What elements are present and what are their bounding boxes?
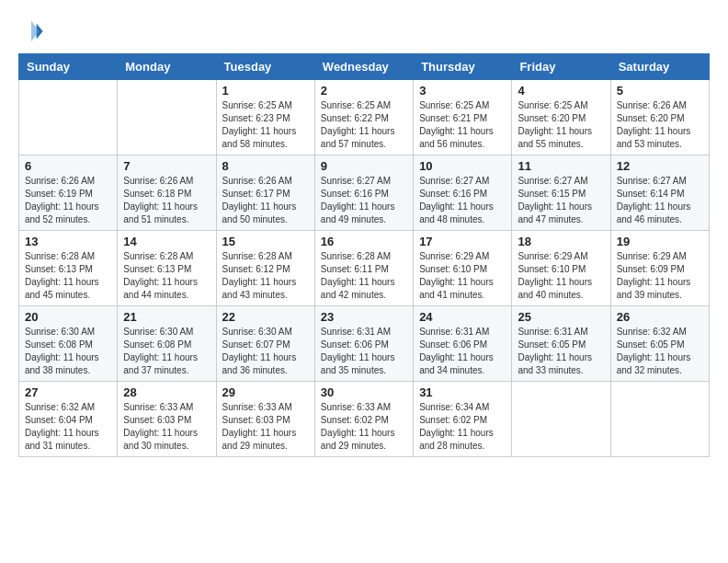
day-info: Sunrise: 6:25 AM Sunset: 6:23 PM Dayligh… bbox=[222, 99, 309, 151]
day-info: Sunrise: 6:27 AM Sunset: 6:14 PM Dayligh… bbox=[617, 175, 703, 226]
day-info: Sunrise: 6:30 AM Sunset: 6:08 PM Dayligh… bbox=[123, 326, 210, 377]
day-number: 11 bbox=[518, 159, 604, 173]
day-number: 13 bbox=[25, 235, 111, 248]
calendar: SundayMondayTuesdayWednesdayThursdayFrid… bbox=[18, 53, 710, 457]
day-info: Sunrise: 6:26 AM Sunset: 6:19 PM Dayligh… bbox=[25, 175, 111, 226]
day-cell: 9Sunrise: 6:27 AM Sunset: 6:16 PM Daylig… bbox=[314, 155, 413, 231]
day-cell: 17Sunrise: 6:29 AM Sunset: 6:10 PM Dayli… bbox=[414, 231, 512, 306]
day-info: Sunrise: 6:31 AM Sunset: 6:05 PM Dayligh… bbox=[518, 326, 604, 377]
day-cell: 24Sunrise: 6:31 AM Sunset: 6:06 PM Dayli… bbox=[414, 306, 512, 382]
day-info: Sunrise: 6:25 AM Sunset: 6:22 PM Dayligh… bbox=[321, 99, 407, 151]
day-cell: 28Sunrise: 6:33 AM Sunset: 6:03 PM Dayli… bbox=[118, 382, 216, 457]
day-number: 6 bbox=[25, 159, 111, 173]
day-info: Sunrise: 6:31 AM Sunset: 6:06 PM Dayligh… bbox=[419, 326, 506, 377]
day-number: 31 bbox=[419, 385, 506, 399]
day-info: Sunrise: 6:26 AM Sunset: 6:18 PM Dayligh… bbox=[123, 175, 210, 226]
day-cell: 31Sunrise: 6:34 AM Sunset: 6:02 PM Dayli… bbox=[414, 382, 512, 457]
header bbox=[18, 18, 710, 44]
day-info: Sunrise: 6:30 AM Sunset: 6:07 PM Dayligh… bbox=[222, 326, 309, 377]
day-info: Sunrise: 6:34 AM Sunset: 6:02 PM Dayligh… bbox=[419, 401, 506, 453]
day-cell bbox=[512, 382, 610, 457]
day-info: Sunrise: 6:29 AM Sunset: 6:10 PM Dayligh… bbox=[419, 250, 506, 302]
day-info: Sunrise: 6:28 AM Sunset: 6:13 PM Dayligh… bbox=[25, 250, 111, 302]
day-cell: 15Sunrise: 6:28 AM Sunset: 6:12 PM Dayli… bbox=[216, 231, 314, 306]
day-cell: 7Sunrise: 6:26 AM Sunset: 6:18 PM Daylig… bbox=[118, 155, 216, 231]
day-cell: 1Sunrise: 6:25 AM Sunset: 6:23 PM Daylig… bbox=[216, 80, 314, 155]
weekday-header-tuesday: Tuesday bbox=[216, 54, 314, 80]
day-info: Sunrise: 6:32 AM Sunset: 6:05 PM Dayligh… bbox=[617, 326, 703, 377]
day-cell: 20Sunrise: 6:30 AM Sunset: 6:08 PM Dayli… bbox=[19, 306, 118, 382]
weekday-header-sunday: Sunday bbox=[19, 54, 118, 80]
day-cell: 25Sunrise: 6:31 AM Sunset: 6:05 PM Dayli… bbox=[512, 306, 610, 382]
day-info: Sunrise: 6:32 AM Sunset: 6:04 PM Dayligh… bbox=[25, 401, 111, 453]
day-number: 3 bbox=[419, 84, 506, 98]
week-row-5: 27Sunrise: 6:32 AM Sunset: 6:04 PM Dayli… bbox=[19, 382, 710, 457]
weekday-header-row: SundayMondayTuesdayWednesdayThursdayFrid… bbox=[19, 54, 710, 80]
day-cell bbox=[19, 80, 118, 155]
day-info: Sunrise: 6:29 AM Sunset: 6:09 PM Dayligh… bbox=[617, 250, 703, 302]
day-info: Sunrise: 6:33 AM Sunset: 6:02 PM Dayligh… bbox=[321, 401, 407, 453]
day-cell: 18Sunrise: 6:29 AM Sunset: 6:10 PM Dayli… bbox=[512, 231, 610, 306]
day-number: 2 bbox=[321, 84, 407, 98]
day-cell: 23Sunrise: 6:31 AM Sunset: 6:06 PM Dayli… bbox=[314, 306, 413, 382]
day-cell: 8Sunrise: 6:26 AM Sunset: 6:17 PM Daylig… bbox=[216, 155, 314, 231]
day-info: Sunrise: 6:25 AM Sunset: 6:20 PM Dayligh… bbox=[518, 99, 604, 151]
day-number: 1 bbox=[222, 84, 309, 98]
day-number: 22 bbox=[222, 310, 309, 324]
day-info: Sunrise: 6:26 AM Sunset: 6:20 PM Dayligh… bbox=[617, 99, 703, 151]
day-number: 4 bbox=[518, 84, 604, 98]
day-number: 7 bbox=[123, 159, 210, 173]
week-row-2: 6Sunrise: 6:26 AM Sunset: 6:19 PM Daylig… bbox=[19, 155, 710, 231]
day-cell: 4Sunrise: 6:25 AM Sunset: 6:20 PM Daylig… bbox=[512, 80, 610, 155]
day-cell: 12Sunrise: 6:27 AM Sunset: 6:14 PM Dayli… bbox=[610, 155, 709, 231]
day-cell bbox=[118, 80, 216, 155]
day-info: Sunrise: 6:31 AM Sunset: 6:06 PM Dayligh… bbox=[321, 326, 407, 377]
day-cell: 2Sunrise: 6:25 AM Sunset: 6:22 PM Daylig… bbox=[314, 80, 413, 155]
day-number: 5 bbox=[617, 84, 703, 98]
day-cell: 30Sunrise: 6:33 AM Sunset: 6:02 PM Dayli… bbox=[314, 382, 413, 457]
week-row-1: 1Sunrise: 6:25 AM Sunset: 6:23 PM Daylig… bbox=[19, 80, 710, 155]
day-number: 17 bbox=[419, 235, 506, 248]
day-cell: 19Sunrise: 6:29 AM Sunset: 6:09 PM Dayli… bbox=[610, 231, 709, 306]
day-number: 30 bbox=[321, 385, 407, 399]
day-number: 26 bbox=[617, 310, 703, 324]
day-info: Sunrise: 6:30 AM Sunset: 6:08 PM Dayligh… bbox=[25, 326, 111, 377]
day-info: Sunrise: 6:27 AM Sunset: 6:16 PM Dayligh… bbox=[321, 175, 407, 226]
day-cell: 10Sunrise: 6:27 AM Sunset: 6:16 PM Dayli… bbox=[414, 155, 512, 231]
day-cell: 6Sunrise: 6:26 AM Sunset: 6:19 PM Daylig… bbox=[19, 155, 118, 231]
week-row-3: 13Sunrise: 6:28 AM Sunset: 6:13 PM Dayli… bbox=[19, 231, 710, 306]
day-number: 19 bbox=[617, 235, 703, 248]
week-row-4: 20Sunrise: 6:30 AM Sunset: 6:08 PM Dayli… bbox=[19, 306, 710, 382]
day-cell: 3Sunrise: 6:25 AM Sunset: 6:21 PM Daylig… bbox=[414, 80, 512, 155]
weekday-header-wednesday: Wednesday bbox=[314, 54, 413, 80]
day-number: 14 bbox=[123, 235, 210, 248]
day-cell: 14Sunrise: 6:28 AM Sunset: 6:13 PM Dayli… bbox=[118, 231, 216, 306]
day-number: 28 bbox=[123, 385, 210, 399]
day-cell: 16Sunrise: 6:28 AM Sunset: 6:11 PM Dayli… bbox=[314, 231, 413, 306]
day-number: 24 bbox=[419, 310, 506, 324]
day-info: Sunrise: 6:28 AM Sunset: 6:12 PM Dayligh… bbox=[222, 250, 309, 302]
logo bbox=[18, 18, 48, 44]
weekday-header-monday: Monday bbox=[118, 54, 216, 80]
day-number: 18 bbox=[518, 235, 604, 248]
day-number: 27 bbox=[25, 385, 111, 399]
day-number: 29 bbox=[222, 385, 309, 399]
day-info: Sunrise: 6:29 AM Sunset: 6:10 PM Dayligh… bbox=[518, 250, 604, 302]
day-info: Sunrise: 6:28 AM Sunset: 6:13 PM Dayligh… bbox=[123, 250, 210, 302]
day-cell: 26Sunrise: 6:32 AM Sunset: 6:05 PM Dayli… bbox=[610, 306, 709, 382]
logo-icon bbox=[18, 18, 44, 44]
day-cell: 21Sunrise: 6:30 AM Sunset: 6:08 PM Dayli… bbox=[118, 306, 216, 382]
day-cell: 29Sunrise: 6:33 AM Sunset: 6:03 PM Dayli… bbox=[216, 382, 314, 457]
day-number: 10 bbox=[419, 159, 506, 173]
day-cell: 5Sunrise: 6:26 AM Sunset: 6:20 PM Daylig… bbox=[610, 80, 709, 155]
day-number: 8 bbox=[222, 159, 309, 173]
day-cell: 22Sunrise: 6:30 AM Sunset: 6:07 PM Dayli… bbox=[216, 306, 314, 382]
weekday-header-friday: Friday bbox=[512, 54, 610, 80]
day-cell: 27Sunrise: 6:32 AM Sunset: 6:04 PM Dayli… bbox=[19, 382, 118, 457]
day-info: Sunrise: 6:28 AM Sunset: 6:11 PM Dayligh… bbox=[321, 250, 407, 302]
day-number: 12 bbox=[617, 159, 703, 173]
day-info: Sunrise: 6:33 AM Sunset: 6:03 PM Dayligh… bbox=[123, 401, 210, 453]
day-number: 23 bbox=[321, 310, 407, 324]
day-number: 15 bbox=[222, 235, 309, 248]
weekday-header-saturday: Saturday bbox=[610, 54, 709, 80]
